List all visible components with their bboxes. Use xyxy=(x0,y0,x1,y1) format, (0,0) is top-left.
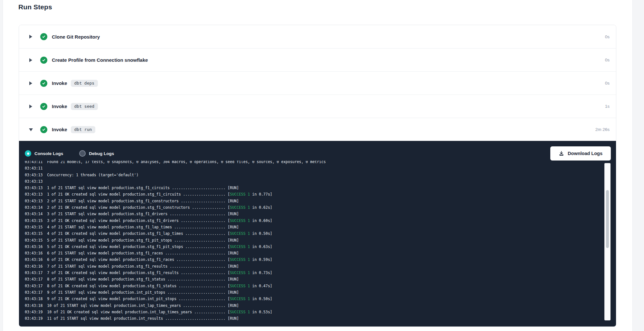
log-line: 03:43:11 Found 21 models, 17 tests, 0 sn… xyxy=(25,161,616,165)
log-line: 03:43:19 10 of 21 OK created sql view mo… xyxy=(25,309,616,315)
step-label: Clone Git Repository xyxy=(52,34,100,40)
log-line: 03:43:13 2 of 21 START sql view model pr… xyxy=(25,198,616,204)
step-label: Invoke xyxy=(52,104,67,109)
run-steps-card: Clone Git Repository 0s Create Profile f… xyxy=(19,25,616,327)
console-controls: Console Logs Debug Logs Download Logs xyxy=(19,141,616,161)
expand-caret-icon[interactable] xyxy=(29,105,33,108)
step-duration: 0s xyxy=(605,34,610,39)
expand-caret-icon[interactable] xyxy=(29,58,33,62)
step-row[interactable]: Invoke dbt run 2m 26s xyxy=(19,118,616,141)
step-duration: 0s xyxy=(605,58,610,62)
log-line: 03:43:15 5 of 21 START sql view model pr… xyxy=(25,237,616,244)
step-row[interactable]: Create Profile from Connection snowflake… xyxy=(19,48,616,71)
console-log-panel: Console Logs Debug Logs Download Logs xyxy=(19,141,616,326)
success-check-icon xyxy=(40,126,47,133)
log-line: 03:43:16 6 of 21 START sql view model pr… xyxy=(25,250,616,256)
step-command-chip: dbt run xyxy=(71,126,96,133)
console-logs-radio[interactable]: Console Logs xyxy=(25,150,63,157)
screen: Run Steps Clone Git Repository 0s Create… xyxy=(0,0,644,331)
debug-logs-label: Debug Logs xyxy=(89,151,114,156)
step-duration: 0s xyxy=(605,81,610,86)
log-line: 03:43:17 8 of 21 START sql view model pr… xyxy=(25,276,616,282)
log-line: 03:43:13 1 of 21 OK created sql view mod… xyxy=(25,191,616,198)
page-title: Run Steps xyxy=(18,3,52,11)
log-line: 03:43:13 Concurrency: 1 threads (target=… xyxy=(25,172,616,178)
log-output: 03:43:11 Found 21 models, 17 tests, 0 sn… xyxy=(19,161,616,322)
success-check-icon xyxy=(40,33,47,40)
step-row[interactable]: Invoke dbt seed 1s xyxy=(19,95,616,118)
log-line: 03:43:16 5 of 21 OK created sql view mod… xyxy=(25,244,616,250)
expand-caret-icon[interactable] xyxy=(29,128,33,132)
download-icon xyxy=(559,151,564,156)
step-rows: Clone Git Repository 0s Create Profile f… xyxy=(19,25,616,141)
step-row[interactable]: Invoke dbt deps 0s xyxy=(19,71,616,95)
step-command-chip: dbt deps xyxy=(71,80,98,87)
log-line: 03:43:13 xyxy=(25,178,616,185)
log-line: 03:43:11 xyxy=(25,165,616,171)
radio-unselected-icon xyxy=(79,150,86,157)
main-content-panel: Run Steps Clone Git Repository 0s Create… xyxy=(3,0,633,331)
debug-logs-radio[interactable]: Debug Logs xyxy=(79,150,114,157)
success-check-icon xyxy=(40,57,47,64)
step-duration: 2m 26s xyxy=(595,127,610,132)
expand-caret-icon[interactable] xyxy=(29,35,33,39)
log-line: 03:43:16 7 of 21 START sql view model pr… xyxy=(25,263,616,270)
download-logs-button[interactable]: Download Logs xyxy=(550,146,611,161)
step-command-chip: dbt seed xyxy=(71,103,98,110)
log-line: 03:43:14 2 of 21 OK created sql view mod… xyxy=(25,204,616,211)
log-line: 03:43:15 3 of 21 OK created sql view mod… xyxy=(25,217,616,224)
log-line: 03:43:15 4 of 21 OK created sql view mod… xyxy=(25,230,616,237)
log-line: 03:43:16 6 of 21 OK created sql view mod… xyxy=(25,256,616,263)
log-line: 03:43:19 11 of 21 START sql view model p… xyxy=(25,315,616,322)
log-line: 03:43:15 4 of 21 START sql view model pr… xyxy=(25,224,616,230)
step-label: Create Profile from Connection snowflake xyxy=(52,57,148,63)
success-check-icon xyxy=(40,80,47,87)
log-scrollbar-thumb[interactable] xyxy=(606,190,609,248)
step-row[interactable]: Clone Git Repository 0s xyxy=(19,25,616,48)
radio-selected-icon xyxy=(25,150,31,157)
step-label: Invoke xyxy=(52,127,67,132)
log-line: 03:43:17 8 of 21 OK created sql view mod… xyxy=(25,283,616,289)
download-logs-label: Download Logs xyxy=(568,151,602,156)
success-check-icon xyxy=(40,103,47,110)
log-scrollbar[interactable] xyxy=(604,163,611,320)
log-line: 03:43:18 9 of 21 OK created sql view mod… xyxy=(25,296,616,302)
radio-dot xyxy=(27,152,29,155)
step-duration: 1s xyxy=(605,104,610,109)
log-line: 03:43:17 7 of 21 OK created sql view mod… xyxy=(25,270,616,276)
expand-caret-icon[interactable] xyxy=(29,81,33,85)
log-line: 03:43:14 3 of 21 START sql view model pr… xyxy=(25,211,616,217)
log-viewport[interactable]: 03:43:11 Found 21 models, 17 tests, 0 sn… xyxy=(19,161,616,326)
log-line: 03:43:18 10 of 21 START sql view model p… xyxy=(25,302,616,309)
log-line: 03:43:13 1 of 21 START sql view model pr… xyxy=(25,185,616,191)
step-label: Invoke xyxy=(52,80,67,86)
console-logs-label: Console Logs xyxy=(34,151,63,156)
log-line: 03:43:17 9 of 21 START sql view model pr… xyxy=(25,289,616,296)
